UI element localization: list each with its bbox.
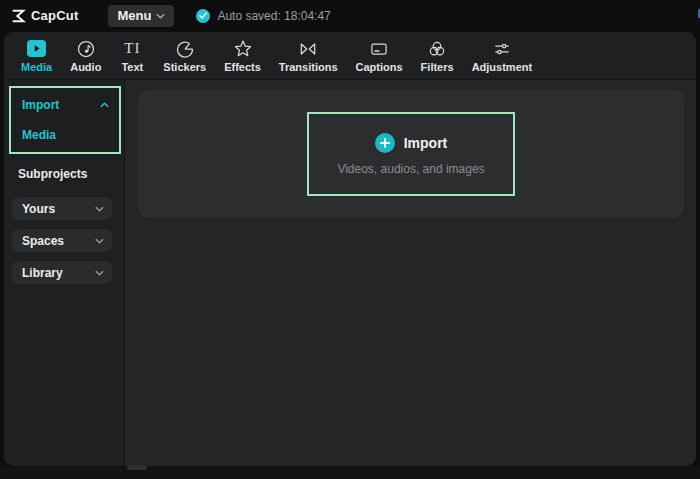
tab-stickers[interactable]: Stickers (154, 38, 215, 73)
chevron-up-icon (100, 102, 109, 108)
audio-icon (76, 38, 96, 59)
tab-transitions[interactable]: Transitions (270, 38, 347, 73)
autosave-status: Auto saved: 18:04:47 (196, 9, 330, 23)
content-area: Import Media Subprojects Yours (4, 80, 696, 466)
sidebar-item-media[interactable]: Media (13, 120, 117, 150)
autosave-check-icon (196, 9, 210, 23)
plus-icon (375, 133, 395, 153)
tab-captions[interactable]: Captions (347, 38, 412, 73)
capcut-logo-text: CapCut (31, 8, 78, 23)
sidebar-dropdown-spaces[interactable]: Spaces (12, 229, 112, 252)
captions-icon (369, 38, 389, 59)
effects-icon (233, 38, 253, 59)
import-dropzone[interactable]: Import Videos, audios, and images (138, 90, 684, 218)
chevron-down-icon (95, 238, 104, 244)
import-button-label: Import (404, 135, 448, 151)
capcut-logo-icon (10, 8, 26, 24)
title-bar: CapCut Menu Auto saved: 18:04:47 (0, 0, 700, 31)
tab-text[interactable]: TI Text (110, 38, 154, 73)
sidebar-item-subprojects[interactable]: Subprojects (4, 160, 124, 188)
scrollbar-thumb[interactable] (127, 465, 147, 470)
tab-media[interactable]: Media (12, 38, 61, 73)
autosave-text: Auto saved: 18:04:47 (217, 9, 330, 23)
import-subtitle: Videos, audios, and images (337, 162, 484, 176)
tab-filters[interactable]: Filters (412, 38, 463, 73)
app-panel: Media Audio TI Text (4, 32, 696, 466)
stickers-icon (175, 38, 195, 59)
chevron-down-icon (95, 206, 104, 212)
timeline-strip (0, 466, 700, 479)
sidebar-dropdown-yours[interactable]: Yours (12, 197, 112, 220)
tab-audio[interactable]: Audio (61, 38, 110, 73)
filters-icon (427, 38, 447, 59)
media-sidebar: Import Media Subprojects Yours (4, 80, 125, 466)
media-icon (27, 38, 46, 59)
transitions-icon (298, 38, 318, 59)
sidebar-item-import[interactable]: Import (13, 90, 117, 120)
text-icon: TI (124, 38, 140, 59)
sidebar-dropdown-library[interactable]: Library (12, 261, 112, 284)
adjustment-icon (492, 38, 512, 59)
tutorial-highlight-import[interactable]: Import Videos, audios, and images (307, 112, 515, 196)
menu-button-label: Menu (117, 8, 151, 23)
menu-button[interactable]: Menu (108, 5, 174, 27)
media-panel: Import Videos, audios, and images (125, 80, 696, 466)
tab-adjustment[interactable]: Adjustment (463, 38, 542, 73)
tutorial-highlight-sidebar: Import Media (9, 86, 121, 154)
chevron-down-icon (156, 13, 165, 19)
tab-effects[interactable]: Effects (215, 38, 270, 73)
media-toolbar: Media Audio TI Text (4, 32, 696, 80)
capcut-logo: CapCut (0, 8, 78, 24)
chevron-down-icon (95, 270, 104, 276)
